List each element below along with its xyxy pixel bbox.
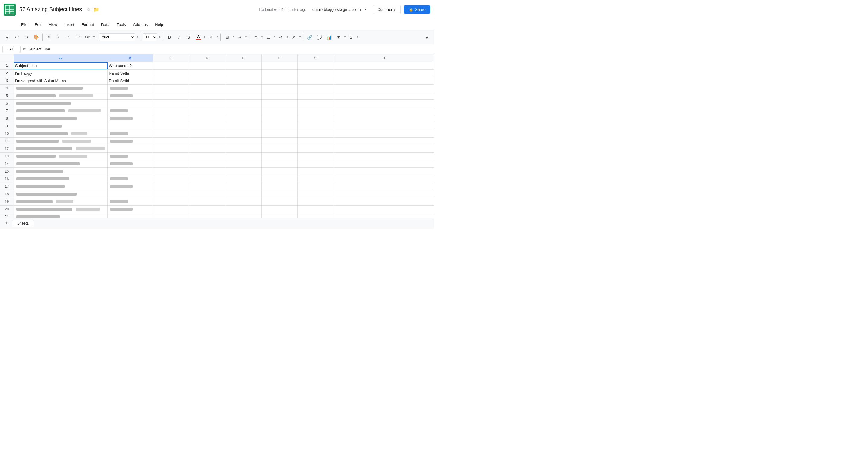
menu-view[interactable]: View — [45, 21, 60, 28]
cell-blurred[interactable] — [14, 107, 107, 115]
cell-empty[interactable] — [261, 107, 298, 115]
decrease-decimal-button[interactable]: .0 — [64, 33, 73, 42]
cell-empty[interactable] — [334, 168, 434, 175]
more-formats-button[interactable]: 123 — [83, 33, 92, 42]
cell-empty[interactable] — [334, 191, 434, 198]
row-number[interactable]: 21 — [0, 213, 14, 218]
cell-empty[interactable] — [153, 153, 189, 160]
currency-button[interactable]: $ — [44, 33, 54, 42]
insert-chart-button[interactable]: 📊 — [324, 33, 334, 42]
cell-blurred[interactable] — [14, 198, 107, 205]
text-wrap-button[interactable]: ↵ — [276, 33, 285, 42]
cell-empty[interactable] — [334, 115, 434, 122]
cell-empty[interactable] — [225, 115, 261, 122]
cell-empty[interactable] — [298, 191, 334, 198]
increase-decimal-button[interactable]: .00 — [73, 33, 83, 42]
cell-empty[interactable] — [225, 191, 261, 198]
cell-empty[interactable] — [225, 100, 261, 107]
row-number-1[interactable]: 1 — [0, 62, 14, 69]
cell-empty[interactable] — [298, 100, 334, 107]
cell-empty[interactable] — [225, 138, 261, 145]
folder-icon[interactable]: 📁 — [93, 7, 99, 12]
italic-button[interactable]: I — [175, 33, 184, 42]
cell-empty[interactable] — [153, 198, 189, 205]
user-email[interactable]: email4bloggers@gmail.com — [312, 7, 361, 12]
print-button[interactable]: 🖨 — [2, 33, 11, 42]
doc-title[interactable]: 57 Amazing Subject Lines — [19, 6, 82, 13]
collapse-toolbar-button[interactable]: ∧ — [423, 33, 432, 42]
cell-empty[interactable] — [189, 138, 225, 145]
cell-empty[interactable] — [189, 130, 225, 137]
cell-empty[interactable] — [298, 122, 334, 130]
cell-reference-input[interactable] — [2, 46, 21, 53]
cell-blurred[interactable] — [14, 183, 107, 190]
cell-empty[interactable] — [153, 122, 189, 130]
cell-blurred[interactable] — [107, 213, 153, 218]
cell-empty[interactable] — [153, 213, 189, 218]
merge-cells-button[interactable]: ⇔ — [235, 33, 244, 42]
cell-empty[interactable] — [153, 130, 189, 137]
highlight-color-button[interactable]: A — [207, 33, 216, 42]
cell-empty[interactable] — [225, 85, 261, 92]
cell-blurred[interactable] — [107, 205, 153, 213]
cell-empty[interactable] — [225, 92, 261, 99]
menu-file[interactable]: File — [18, 21, 31, 28]
cell-empty[interactable] — [225, 160, 261, 167]
strikethrough-button[interactable]: S — [184, 33, 193, 42]
cell-blurred[interactable] — [14, 85, 107, 92]
col-header-b[interactable]: B — [107, 54, 153, 62]
row-number[interactable]: 8 — [0, 115, 14, 122]
cell-a1[interactable]: Subject Line — [14, 62, 107, 69]
cell-g2[interactable] — [298, 69, 334, 77]
cell-blurred[interactable] — [14, 100, 107, 107]
cell-empty[interactable] — [261, 153, 298, 160]
cell-empty[interactable] — [298, 198, 334, 205]
cell-a2[interactable]: I'm happy — [14, 69, 107, 77]
cell-empty[interactable] — [298, 183, 334, 190]
cell-empty[interactable] — [153, 205, 189, 213]
cell-d2[interactable] — [189, 69, 225, 77]
cell-blurred[interactable] — [107, 145, 153, 152]
cell-h3[interactable] — [334, 77, 434, 84]
row-number[interactable]: 20 — [0, 205, 14, 213]
cell-empty[interactable] — [298, 138, 334, 145]
font-select[interactable]: Arial — [99, 33, 135, 41]
cell-empty[interactable] — [225, 198, 261, 205]
cell-b3[interactable]: Ramit Sethi — [107, 77, 153, 84]
cell-empty[interactable] — [261, 85, 298, 92]
cell-e2[interactable] — [225, 69, 261, 77]
cell-empty[interactable] — [298, 175, 334, 182]
cell-f2[interactable] — [261, 69, 298, 77]
cell-blurred[interactable] — [107, 153, 153, 160]
cell-e1[interactable] — [225, 62, 261, 69]
align-button[interactable]: ≡ — [251, 33, 260, 42]
functions-button[interactable]: Σ — [347, 33, 356, 42]
cell-g3[interactable] — [298, 77, 334, 84]
row-number-2[interactable]: 2 — [0, 69, 14, 77]
col-header-h[interactable]: H — [334, 54, 434, 62]
paint-format-button[interactable]: 🎨 — [31, 33, 40, 42]
cell-f3[interactable] — [261, 77, 298, 84]
cell-blurred[interactable] — [107, 138, 153, 145]
cell-blurred[interactable] — [107, 122, 153, 130]
cell-empty[interactable] — [298, 130, 334, 137]
cell-empty[interactable] — [153, 145, 189, 152]
cell-empty[interactable] — [153, 175, 189, 182]
text-rotate-button[interactable]: ↗ — [289, 33, 298, 42]
cell-empty[interactable] — [225, 122, 261, 130]
cell-blurred[interactable] — [14, 130, 107, 137]
cell-empty[interactable] — [153, 85, 189, 92]
cell-empty[interactable] — [189, 153, 225, 160]
cell-empty[interactable] — [261, 138, 298, 145]
font-size-select[interactable]: 11 — [143, 33, 157, 41]
menu-insert[interactable]: Insert — [61, 21, 77, 28]
cell-empty[interactable] — [261, 100, 298, 107]
cell-blurred[interactable] — [107, 115, 153, 122]
col-header-a[interactable]: A — [14, 54, 107, 62]
col-header-g[interactable]: G — [298, 54, 334, 62]
cell-empty[interactable] — [334, 198, 434, 205]
cell-blurred[interactable] — [14, 145, 107, 152]
cell-empty[interactable] — [334, 130, 434, 137]
cell-blurred[interactable] — [14, 175, 107, 182]
cell-blurred[interactable] — [14, 138, 107, 145]
